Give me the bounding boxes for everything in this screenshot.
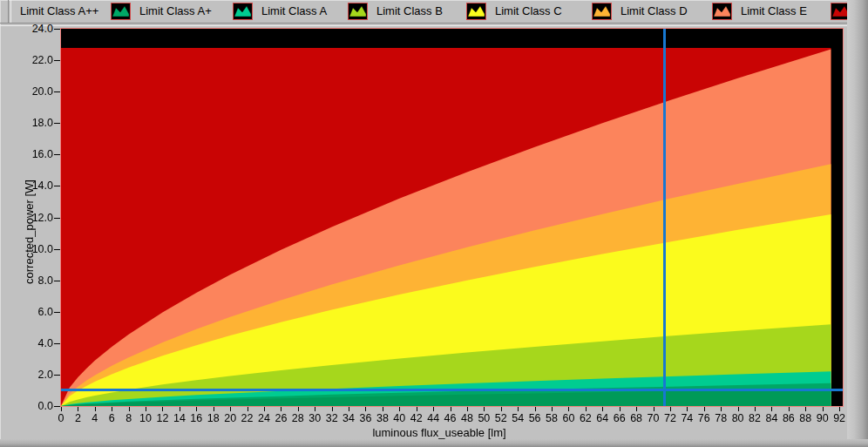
y-tick-label: 4.0 (15, 337, 53, 349)
x-tick-mark (248, 407, 248, 411)
x-tick-mark (298, 407, 299, 411)
legend-item-limit-class-a[interactable]: Limit Class A (261, 4, 327, 17)
panel-groove-horizontal (0, 23, 868, 26)
x-tick-mark (399, 407, 400, 411)
y-tick-mark (54, 91, 60, 92)
x-tick-mark (518, 407, 519, 411)
x-tick-mark (61, 407, 62, 411)
panel-groove-vertical (8, 0, 11, 23)
x-tick-mark (654, 407, 654, 411)
y-tick-label: 20.0 (15, 85, 53, 98)
x-tick-mark (196, 407, 197, 411)
xy-graph-plot-area[interactable] (60, 28, 844, 407)
x-tick-mark (823, 407, 824, 411)
x-tick-mark (162, 407, 163, 411)
x-tick-mark (315, 407, 315, 411)
legend-item-limit-class-a-plus-plus[interactable]: Limit Class A++ (20, 4, 98, 17)
x-tick-mark (839, 407, 840, 411)
x-tick-mark (670, 407, 671, 411)
x-tick-mark (433, 407, 434, 411)
y-tick-mark (54, 312, 60, 313)
x-tick-mark (484, 407, 485, 411)
x-tick-mark (721, 407, 722, 411)
y-tick-label: 18.0 (15, 117, 53, 129)
legend-glyph-limit-class-a-plus[interactable] (111, 3, 131, 20)
x-tick-mark (501, 407, 502, 411)
y-tick-mark (54, 123, 60, 124)
labview-front-panel: Limit Class A++Limit Class A+Limit Class… (0, 0, 868, 447)
y-tick-mark (54, 343, 60, 344)
legend-item-limit-class-e[interactable]: Limit Class E (741, 4, 807, 17)
x-tick-mark (586, 407, 587, 411)
plot-legend: Limit Class A++Limit Class A+Limit Class… (0, 0, 868, 23)
x-tick-mark (95, 407, 96, 411)
legend-glyph-limit-class-c[interactable] (466, 3, 486, 20)
x-tick-mark (129, 407, 130, 411)
y-tick-mark (54, 375, 60, 376)
x-tick-mark (214, 407, 214, 411)
x-tick-mark (230, 407, 231, 411)
x-tick-mark (146, 407, 146, 411)
y-axis-title: corrected_power [W] (23, 145, 37, 319)
y-tick-mark (54, 249, 60, 250)
legend-glyph-limit-class-b[interactable] (348, 3, 368, 20)
x-tick-mark (755, 407, 756, 411)
x-axis-title: luminous flux_useable [lm] (60, 426, 818, 439)
x-tick-mark (552, 407, 553, 411)
legend-item-limit-class-c[interactable]: Limit Class C (495, 4, 562, 17)
y-tick-label: 2.0 (15, 369, 53, 381)
panel-bottom-edge (0, 439, 868, 447)
legend-glyph-limit-class-a[interactable] (233, 3, 253, 20)
legend-item-limit-class-b[interactable]: Limit Class B (376, 4, 443, 17)
legend-glyph-limit-class-e[interactable] (712, 3, 732, 20)
panel-right-edge (847, 0, 868, 447)
x-tick-mark (789, 407, 790, 411)
x-tick-mark (687, 407, 688, 411)
legend-item-limit-class-d[interactable]: Limit Class D (620, 4, 688, 17)
x-tick-mark (704, 407, 705, 411)
cursor-horizontal-line[interactable] (61, 389, 843, 391)
y-tick-label: 22.0 (15, 54, 53, 66)
x-tick-mark (349, 407, 349, 411)
y-tick-mark (54, 281, 60, 281)
x-tick-mark (805, 407, 806, 411)
legend-glyph-limit-class-d[interactable] (592, 3, 612, 20)
x-tick-mark (365, 407, 366, 411)
y-tick-mark (54, 218, 60, 219)
x-tick-mark (738, 407, 739, 411)
x-tick-mark (636, 407, 637, 411)
x-tick-mark (78, 407, 78, 411)
x-tick-mark (620, 407, 620, 411)
y-tick-mark (54, 154, 60, 155)
y-tick-mark (54, 29, 60, 30)
y-tick-label: 24.0 (15, 23, 53, 35)
x-tick-mark (602, 407, 603, 411)
x-tick-mark (332, 407, 333, 411)
y-tick-mark (54, 186, 60, 186)
x-tick-mark (417, 407, 417, 411)
x-tick-mark (451, 407, 451, 411)
x-tick-mark (467, 407, 468, 411)
legend-item-limit-class-a-plus[interactable]: Limit Class A+ (139, 4, 212, 17)
y-tick-label: 0.0 (15, 400, 53, 412)
y-tick-mark (54, 60, 60, 61)
cursor-vertical-line[interactable] (663, 29, 666, 406)
y-tick-mark (54, 406, 60, 407)
x-tick-mark (535, 407, 536, 411)
limit-curves-chart[interactable] (61, 29, 843, 406)
x-tick-mark (112, 407, 112, 411)
x-tick-mark (264, 407, 265, 411)
x-tick-mark (180, 407, 180, 411)
x-tick-mark (568, 407, 569, 411)
x-tick-mark (383, 407, 383, 411)
x-tick-mark (771, 407, 772, 411)
x-tick-mark (281, 407, 281, 411)
